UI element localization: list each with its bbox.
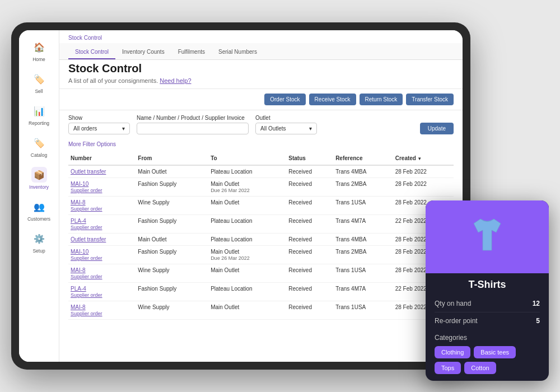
number-sub-link[interactable]: Supplier order — [71, 311, 102, 316]
sub-nav: Stock Control Inventory Counts Fulfilmen… — [59, 43, 463, 60]
subnav-fulfilments[interactable]: Fulfilments — [171, 45, 212, 59]
cell-to: Main Outlet — [208, 301, 286, 320]
table-row: MAI-10Supplier orderFashion SupplyMain O… — [68, 178, 454, 197]
cell-status: Received — [286, 197, 333, 215]
name-filter-input[interactable] — [137, 123, 249, 134]
tablet-screen: 🏠 Home 🏷️ Sell 📊 Reporting — [19, 30, 463, 362]
number-link[interactable]: MAI-8 — [71, 304, 133, 310]
cell-number: PLA-4Supplier order — [68, 215, 136, 234]
cell-status: Received — [286, 234, 333, 246]
category-tag[interactable]: Tops — [435, 362, 461, 374]
categories-title: Categories — [435, 334, 540, 342]
cell-status: Received — [286, 165, 333, 178]
number-link[interactable]: MAI-10 — [71, 249, 133, 255]
outlet-filter-select[interactable]: All Outlets ▾ — [255, 123, 317, 134]
table-row: PLA-4Supplier orderFashion SupplyPlateau… — [68, 283, 454, 301]
number-link[interactable]: PLA-4 — [71, 286, 133, 292]
category-tag[interactable]: Cotton — [464, 362, 496, 374]
sidebar-item-home[interactable]: 🏠 Home — [19, 35, 59, 67]
receive-stock-button[interactable]: Receive Stock — [309, 94, 356, 105]
cell-reference: Trans 2MBA — [333, 178, 393, 197]
cell-from: Wine Supply — [136, 197, 208, 215]
number-link[interactable]: MAI-8 — [71, 267, 133, 273]
cell-from: Fashion Supply — [136, 283, 208, 301]
order-stock-button[interactable]: Order Stock — [264, 94, 305, 105]
category-tag[interactable]: Basic tees — [474, 346, 516, 358]
cell-reference: Trans 1USA — [333, 197, 393, 215]
cell-to: Plateau Location — [208, 165, 286, 178]
tablet: 🏠 Home 🏷️ Sell 📊 Reporting — [11, 22, 470, 370]
number-link[interactable]: Outlet transfer — [71, 169, 133, 175]
number-sub-link[interactable]: Supplier order — [71, 225, 102, 230]
sidebar-item-reporting[interactable]: 📊 Reporting — [19, 99, 59, 130]
number-sub-link[interactable]: Supplier order — [71, 206, 102, 212]
table-row: MAI-8Supplier orderWine SupplyMain Outle… — [68, 264, 454, 283]
col-from: From — [136, 152, 208, 165]
reorder-label: Re-order point — [435, 317, 478, 325]
toolbar: Order Stock Receive Stock Return Stock T… — [59, 89, 463, 110]
cell-number: PLA-4Supplier order — [68, 283, 136, 301]
number-link[interactable]: Outlet transfer — [71, 236, 133, 242]
number-link[interactable]: PLA-4 — [71, 218, 133, 224]
setup-icon: ⚙️ — [34, 234, 45, 244]
number-sub-link[interactable]: Supplier order — [71, 255, 102, 261]
cell-to: Main OutletDue 26 Mar 2022 — [208, 246, 286, 264]
col-created[interactable]: Created — [393, 152, 454, 165]
show-filter-label: Show — [68, 115, 130, 121]
number-link[interactable]: MAI-8 — [71, 199, 133, 206]
cell-to: Main Outlet — [208, 197, 286, 215]
chevron-down-icon: ▾ — [122, 125, 125, 132]
cell-number: MAI-10Supplier order — [68, 246, 136, 264]
sidebar-item-catalog[interactable]: 🏷️ Catalog — [19, 130, 59, 162]
sidebar-item-setup[interactable]: ⚙️ Setup — [19, 226, 59, 258]
number-sub-link[interactable]: Supplier order — [71, 292, 102, 298]
number-link[interactable]: MAI-10 — [71, 181, 133, 187]
subnav-serial-numbers[interactable]: Serial Numbers — [212, 45, 264, 59]
category-tag[interactable]: Clothing — [435, 346, 470, 358]
show-filter-select[interactable]: All orders ▾ — [68, 123, 130, 134]
sidebar-item-inventory[interactable]: 📦 Inventory — [19, 162, 59, 194]
cell-reference: Trans 2MBA — [333, 246, 393, 264]
update-button[interactable]: Update — [420, 123, 454, 134]
table-body: Outlet transferMain OutletPlateau Locati… — [68, 165, 454, 320]
qty-value: 12 — [533, 300, 540, 307]
sidebar: 🏠 Home 🏷️ Sell 📊 Reporting — [19, 30, 59, 362]
more-filters-link[interactable]: More Filter Options — [68, 141, 116, 147]
cell-from: Fashion Supply — [136, 246, 208, 264]
subnav-stock-control[interactable]: Stock Control — [68, 45, 115, 59]
sidebar-item-sell[interactable]: 🏷️ Sell — [19, 67, 59, 99]
cell-to: Plateau Location — [208, 283, 286, 301]
main-content: Stock Control Stock Control Inventory Co… — [59, 30, 463, 362]
number-sub-link[interactable]: Supplier order — [71, 188, 102, 193]
reorder-stat-row: Re-order point 5 — [435, 312, 540, 329]
cell-to: Main OutletDue 26 Mar 2022 — [208, 178, 286, 197]
name-filter-label: Name / Number / Product / Supplier Invoi… — [137, 115, 249, 121]
qty-stat-row: Qty on hand 12 — [435, 295, 540, 312]
cell-from: Wine Supply — [136, 301, 208, 320]
return-stock-button[interactable]: Return Stock — [360, 94, 403, 105]
sidebar-label-setup: Setup — [32, 248, 45, 254]
customers-icon: 👥 — [34, 202, 45, 212]
stock-table: Number From To Status Reference Created … — [68, 152, 454, 320]
cell-status: Received — [286, 301, 333, 320]
more-filters-row: More Filter Options — [59, 139, 463, 152]
number-sub-link[interactable]: Supplier order — [71, 274, 102, 279]
cell-status: Received — [286, 246, 333, 264]
tshirt-image — [465, 214, 510, 259]
subnav-inventory-counts[interactable]: Inventory Counts — [115, 45, 171, 59]
transfer-stock-button[interactable]: Transfer Stock — [406, 94, 454, 105]
page-subtitle: A list of all of your consignments. Need… — [68, 77, 454, 84]
sidebar-item-customers[interactable]: 👥 Customers — [19, 194, 59, 226]
outlet-filter-label: Outlet — [255, 115, 317, 121]
cell-from: Fashion Supply — [136, 178, 208, 197]
cell-number: Outlet transfer — [68, 165, 136, 178]
reporting-icon: 📊 — [34, 106, 45, 116]
cell-to: Plateau Location — [208, 215, 286, 234]
table-container: Number From To Status Reference Created … — [59, 152, 463, 362]
sidebar-label-reporting: Reporting — [29, 120, 49, 126]
cell-from: Fashion Supply — [136, 215, 208, 234]
cell-number: Outlet transfer — [68, 234, 136, 246]
sidebar-label-sell: Sell — [35, 88, 43, 94]
sidebar-label-catalog: Catalog — [31, 152, 47, 158]
help-link[interactable]: Need help? — [160, 77, 191, 84]
